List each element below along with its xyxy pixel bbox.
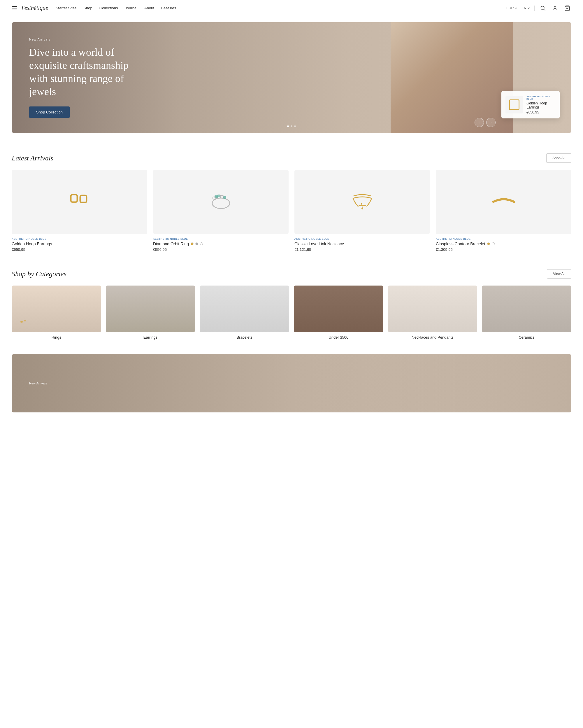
product-grid: AESTHETIC NOBLE BLUE Golden Hoop Earring…: [12, 170, 571, 252]
svg-rect-6: [80, 196, 87, 202]
svg-point-14: [361, 208, 363, 209]
color-swatch-gold[interactable]: [487, 242, 490, 245]
color-swatch-white[interactable]: [200, 242, 203, 245]
svg-rect-15: [20, 321, 23, 322]
hero-dot-1[interactable]: [287, 125, 289, 127]
section-header-arrivals: Latest Arrivals Shop All: [12, 153, 571, 163]
color-swatch-white[interactable]: [492, 242, 495, 245]
category-card-bracelets[interactable]: Bracelets: [200, 286, 289, 339]
navbar: l'esthétique Starter Sites Shop Collecti…: [0, 0, 583, 16]
second-hero-model-image: [292, 354, 571, 412]
category-grid: Rings Earrings Bracelets Under $500: [12, 286, 571, 339]
category-label-necklaces: Necklaces and Pendants: [388, 335, 477, 339]
second-hero-tag: New Arrivals: [12, 370, 64, 397]
product-brand: AESTHETIC NOBLE BLUE: [436, 237, 571, 240]
category-card-ceramics[interactable]: Ceramics: [482, 286, 571, 339]
category-card-rings[interactable]: Rings: [12, 286, 101, 339]
category-image-rings: [12, 286, 101, 332]
currency-selector[interactable]: EUR: [506, 6, 518, 10]
hero-dot-3[interactable]: [294, 125, 296, 127]
svg-rect-13: [223, 196, 226, 199]
logo[interactable]: l'esthétique: [22, 5, 48, 11]
hero-dot-2[interactable]: [290, 125, 293, 127]
bracelet-illustration: [489, 193, 518, 211]
shop-all-button[interactable]: Shop All: [546, 153, 571, 163]
category-label-under500: Under $500: [294, 335, 383, 339]
category-label-earrings: Earrings: [106, 335, 195, 339]
shop-collection-button[interactable]: Shop Collection: [29, 106, 70, 118]
color-swatch-silver[interactable]: [195, 242, 198, 245]
product-image-necklace: [295, 170, 430, 234]
hero-banner: New Arrivals Dive into a world of exquis…: [12, 22, 571, 133]
latest-arrivals-section: Latest Arrivals Shop All AESTHETIC NOBLE…: [0, 139, 583, 266]
language-selector[interactable]: EN: [522, 6, 530, 10]
svg-rect-16: [24, 320, 26, 321]
product-card-earrings[interactable]: AESTHETIC NOBLE BLUE Golden Hoop Earring…: [12, 170, 147, 252]
color-swatch-gold[interactable]: [191, 242, 194, 245]
hero-tag: New Arrivals: [29, 37, 140, 41]
categories-section: Shop by Categories View All Rings Earrin…: [0, 266, 583, 354]
product-name: Claspless Contour Bracelet: [436, 241, 571, 246]
product-price: €556,95: [153, 247, 288, 252]
svg-rect-7: [80, 196, 87, 202]
nav-item-shop[interactable]: Shop: [83, 6, 92, 10]
category-image-ceramics: [482, 286, 571, 332]
product-price: €1.309,95: [436, 247, 571, 252]
hero-product-name: Golden Hoop Earrings: [526, 101, 556, 109]
hero-product-card[interactable]: AESTHETIC NOBLE BLUE Golden Hoop Earring…: [501, 91, 560, 119]
product-name: Classic Love Link Necklace: [295, 241, 430, 246]
category-card-earrings[interactable]: Earrings: [106, 286, 195, 339]
category-card-necklaces[interactable]: Necklaces and Pendants: [388, 286, 477, 339]
product-name: Diamond Orbit Ring: [153, 241, 288, 246]
product-brand: AESTHETIC NOBLE BLUE: [12, 237, 147, 240]
svg-rect-11: [218, 194, 220, 197]
navbar-left: l'esthétique Starter Sites Shop Collecti…: [12, 5, 176, 11]
account-button[interactable]: [551, 4, 559, 12]
product-image-bracelet: [436, 170, 571, 234]
product-name: Golden Hoop Earrings: [12, 241, 147, 246]
earring-shape: [509, 100, 520, 110]
product-card-necklace[interactable]: AESTHETIC NOBLE BLUE Classic Love Link N…: [295, 170, 430, 252]
product-brand: AESTHETIC NOBLE BLUE: [295, 237, 430, 240]
cart-button[interactable]: [563, 4, 571, 12]
account-icon: [552, 5, 558, 11]
svg-point-0: [541, 6, 544, 10]
product-image-earrings: [12, 170, 147, 234]
chevron-down-icon-lang: [527, 7, 530, 10]
svg-point-8: [212, 198, 230, 209]
view-all-button[interactable]: View All: [547, 269, 571, 279]
hero-product-info: AESTHETIC NOBLE BLUE Golden Hoop Earring…: [526, 95, 556, 114]
svg-line-1: [544, 9, 546, 10]
hero-content: New Arrivals Dive into a world of exquis…: [12, 26, 158, 130]
nav-item-about[interactable]: About: [144, 6, 154, 10]
hero-next-button[interactable]: ›: [486, 118, 496, 127]
hero-product-price: €650,95: [526, 110, 556, 114]
product-card-bracelet[interactable]: AESTHETIC NOBLE BLUE Claspless Contour B…: [436, 170, 571, 252]
svg-point-2: [554, 6, 556, 8]
category-card-under500[interactable]: Under $500: [294, 286, 383, 339]
nav-links: Starter Sites Shop Collections Journal A…: [56, 6, 176, 10]
hamburger-icon[interactable]: [12, 6, 17, 10]
search-button[interactable]: [539, 4, 547, 12]
second-hero-banner: New Arrivals: [12, 354, 571, 412]
svg-rect-4: [71, 194, 77, 202]
category-label-ceramics: Ceramics: [482, 335, 571, 339]
product-image-ring: [153, 170, 288, 234]
necklace-illustration: [348, 187, 377, 216]
search-icon: [540, 5, 546, 11]
category-image-earrings: [106, 286, 195, 332]
hero-model-image: [391, 22, 513, 133]
product-brand: AESTHETIC NOBLE BLUE: [153, 237, 288, 240]
cart-icon: [564, 5, 570, 11]
nav-item-collections[interactable]: Collections: [100, 6, 118, 10]
hero-prev-button[interactable]: ‹: [475, 118, 484, 127]
nav-item-journal[interactable]: Journal: [125, 6, 137, 10]
product-card-ring[interactable]: AESTHETIC NOBLE BLUE Diamond Orbit Ring …: [153, 170, 288, 252]
earring-illustration: [68, 190, 91, 213]
hero-product-brand: AESTHETIC NOBLE BLUE: [526, 95, 556, 100]
nav-item-starter[interactable]: Starter Sites: [56, 6, 77, 10]
hero-arrows: ‹ ›: [475, 118, 496, 127]
section-header-categories: Shop by Categories View All: [12, 269, 571, 279]
navbar-right: EUR EN: [506, 4, 571, 12]
nav-item-features[interactable]: Features: [161, 6, 176, 10]
